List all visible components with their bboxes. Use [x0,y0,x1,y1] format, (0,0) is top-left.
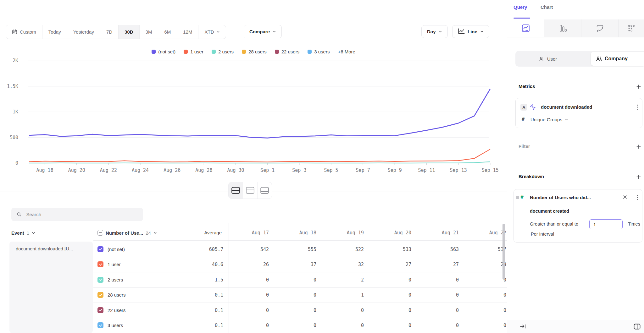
timeseries-chart[interactable]: 2K1.5K1K5000Aug 18Aug 20Aug 22Aug 24Aug … [0,41,507,179]
add-filter-button[interactable] [636,144,642,150]
scope-toggle: User Company [515,51,644,67]
layout-chart-only-button[interactable] [243,182,257,199]
legend-item[interactable]: 22 users [275,49,300,54]
row-checkbox[interactable] [97,246,103,252]
series-column-header[interactable]: Number of Use... 24 [97,227,157,238]
chart-type-dropdown[interactable]: Line [452,25,489,38]
collapse-panel-button[interactable] [520,324,526,329]
y-axis-label: 1K [13,109,18,115]
interval-dropdown[interactable]: Day [421,25,448,38]
range-button-12m[interactable]: 12M [177,25,198,39]
drag-handle-icon[interactable] [515,196,519,199]
row-checkbox[interactable] [97,292,103,298]
metric-card[interactable]: A document downloaded # Unique Groups [515,98,642,128]
legend-item[interactable]: 3 users [308,49,330,54]
legend-item[interactable]: 1 user [184,49,203,54]
tab-query[interactable]: Query [514,4,527,10]
range-button-today[interactable]: Today [42,25,67,39]
tab-chart[interactable]: Chart [541,4,553,10]
select-all-checkbox[interactable] [97,230,103,236]
legend-label: +6 More [338,49,355,54]
split-panel-button[interactable] [634,324,641,330]
legend-item[interactable]: (not set) [152,49,175,54]
event-name-cell[interactable]: document downloaded [U... [9,242,93,333]
legend-item[interactable]: 2 users [212,49,234,54]
frozen-column-divider [229,223,229,333]
chart-type-bar[interactable] [544,19,581,37]
breakdown-condition-label[interactable]: Greater than or equal to [530,221,578,227]
more-chart-types-icon [628,25,635,32]
autocapture-click-icon [530,104,536,110]
layout-split-button[interactable] [229,182,243,199]
row-checkbox[interactable] [97,261,103,267]
line-chart-frame-icon [522,24,530,32]
date-column-header[interactable]: Aug 17 [224,227,271,238]
row-average: 1.5 [176,272,223,287]
add-breakdown-button[interactable] [636,174,642,180]
date-column-header[interactable]: Aug 22 [461,227,509,238]
table-search[interactable] [11,208,143,221]
chart-type-more[interactable] [619,19,644,37]
table-vertical-scrollbar[interactable] [502,224,505,280]
breakdown-card[interactable]: # Number of Users who did... document cr… [514,189,642,243]
row-checkbox[interactable] [97,277,103,283]
breakdown-kebab-menu[interactable] [637,195,638,200]
active-tab-indicator [514,18,530,19]
table-header-divider [93,240,509,241]
x-axis-label: Sep 13 [450,167,467,173]
row-value: 0 [366,287,414,303]
legend-item[interactable]: +6 More [338,49,355,54]
times-unit-label: Times [628,221,640,227]
metric-measure-dropdown[interactable]: Unique Groups [530,117,568,122]
date-column-header[interactable]: Aug 20 [366,227,414,238]
per-interval-label[interactable]: Per Interval [531,232,554,237]
row-value: 0 [414,272,461,287]
metric-kebab-menu[interactable] [637,104,638,110]
kebab-icon [637,104,638,110]
chart-type-line[interactable] [507,19,544,37]
range-button-30d[interactable]: 30D [118,25,139,39]
date-column-header[interactable]: Aug 19 [319,227,366,238]
remove-breakdown-button[interactable] [623,195,627,199]
series-line--not-set-[interactable] [29,89,490,138]
average-column-header[interactable]: Average [176,227,224,238]
times-value-input[interactable] [589,219,623,229]
range-label: 6M [164,29,171,35]
table-row: 3 users0.1000000 [93,318,509,333]
range-button-6m[interactable]: 6M [158,25,177,39]
range-button-yesterday[interactable]: Yesterday [67,25,100,39]
row-value: 1 [319,287,366,303]
range-button-7d[interactable]: 7D [100,25,118,39]
date-column-header[interactable]: Aug 18 [271,227,319,238]
x-axis-label: Sep 15 [482,167,499,173]
metric-event-name[interactable]: document downloaded [541,104,592,110]
legend-item[interactable]: 28 users [242,49,267,54]
breakdown-property-name[interactable]: Number of Users who did... [530,195,591,200]
hash-icon: # [520,194,524,200]
row-checkbox[interactable] [97,307,103,313]
compare-button[interactable]: Compare [244,25,282,38]
panel-split-icon [634,324,641,330]
row-value: 0 [271,303,319,318]
chart-type-flow[interactable] [581,19,619,37]
row-value: 563 [414,242,461,257]
breakdown-event-name: document created [530,209,569,214]
table-row: 22 users0.1000000 [93,303,509,318]
scope-user[interactable]: User [515,56,580,62]
add-metric-button[interactable] [636,84,642,90]
event-column-header[interactable]: Event 1 [11,227,35,238]
search-input[interactable] [26,211,138,217]
chevron-down-icon [153,230,157,236]
layout-table-only-button[interactable] [257,182,272,199]
date-column-header[interactable]: Aug 21 [414,227,461,238]
panel-footer [507,320,644,333]
row-value: 27 [414,257,461,272]
legend-label: 2 users [218,49,234,54]
range-button-3m[interactable]: 3M [139,25,158,39]
series-line-1-user[interactable] [29,149,490,162]
range-button-xtd[interactable]: XTD [198,25,226,39]
row-average: 605.7 [176,242,223,257]
scope-company[interactable]: Company [591,52,644,66]
row-checkbox[interactable] [97,322,103,328]
range-button-custom[interactable]: Custom [6,25,42,39]
